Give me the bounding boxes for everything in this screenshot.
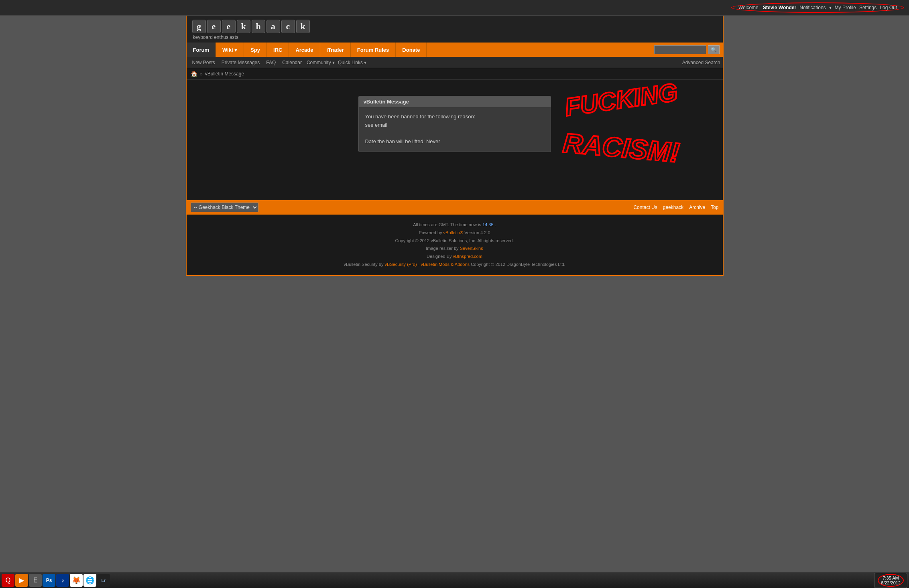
taskbar-right: 7:35 AM 6/22/2012 <box>874 573 907 588</box>
footer-vbulletin-link[interactable]: vBulletin® <box>443 230 464 235</box>
top-bar: Welcome, Stevie Wonder Notifications ▾ M… <box>0 0 909 16</box>
nav-bar: Forum Wiki ▾ Spy IRC Arcade iTrader Foru… <box>187 43 723 57</box>
nav-spy[interactable]: Spy <box>244 43 267 57</box>
firefox-icon[interactable]: 🦊 <box>70 574 83 587</box>
footer-designed-prefix: Designed By <box>427 254 453 259</box>
site-wrapper: g e e k h a c k keyboard enthusiasts For… <box>186 16 724 276</box>
clock-time: 7:35 AM <box>881 576 901 580</box>
footer-copyright1: Copyright © 2012 vBulletin Solutions, In… <box>191 237 719 245</box>
footer-vbinspred-link[interactable]: vBInspred.com <box>453 254 482 259</box>
logo-letter-e1: e <box>207 20 221 33</box>
nav-donate[interactable]: Donate <box>396 43 427 57</box>
nav-irc[interactable]: IRC <box>267 43 289 57</box>
nav-forum-rules[interactable]: Forum Rules <box>351 43 396 57</box>
footer-powered-by: Powered by vBulletin® Version 4.2.0 <box>191 229 719 237</box>
sub-nav-faq[interactable]: FAQ <box>263 60 279 65</box>
sub-nav-community[interactable]: Community ▾ <box>305 60 336 65</box>
footer-time-line: All times are GMT. The time now is 14:35… <box>191 221 719 229</box>
nav-search-area: 🔍 <box>654 45 723 54</box>
welcome-text: Welcome, <box>738 5 760 10</box>
logo-letter-a: a <box>266 20 280 33</box>
logout-link[interactable]: Log Out <box>880 5 897 10</box>
breadcrumb-bar: 🏠 » vBulletin Message <box>187 68 723 80</box>
footer-toolbar: -- Geekhack Black Theme Contact Us geekh… <box>187 200 723 215</box>
home-icon[interactable]: 🏠 <box>191 71 197 77</box>
footer-version: Version 4.2.0 <box>464 230 490 235</box>
footer-sevenskins-link[interactable]: SevenSkins <box>460 246 483 251</box>
advanced-search-link[interactable]: Advanced Search <box>682 60 720 65</box>
nav-forum[interactable]: Forum <box>187 43 216 57</box>
sub-nav-new-posts[interactable]: New Posts <box>189 60 218 65</box>
footer-time-value: 14:35 <box>482 222 494 227</box>
logo-letter-c: c <box>281 20 295 33</box>
logo-tagline: keyboard enthusiasts <box>193 34 238 40</box>
ban-lifted-text: Date the ban will be lifted: Never <box>365 138 544 146</box>
footer-image-resizer: Image resizer by SevenSkins <box>191 245 719 253</box>
logo-area[interactable]: g e e k h a c k keyboard enthusiasts <box>192 20 310 40</box>
footer-links: Contact Us geekhack Archive Top <box>633 205 718 210</box>
sub-nav: New Posts Private Messages FAQ Calendar … <box>187 57 723 68</box>
logo-letter-k2: k <box>296 20 310 33</box>
footer-security-prefix: vBulletin Security by <box>344 262 384 267</box>
logo-letter-e2: e <box>222 20 236 33</box>
music-icon[interactable]: ♪ <box>56 574 69 587</box>
eac-icon[interactable]: E <box>29 574 42 587</box>
footer-top-link[interactable]: Top <box>711 205 718 210</box>
footer-vbsecurity-link[interactable]: vBSecurity (Pro) <box>385 262 417 267</box>
breadcrumb-page-title: vBulletin Message <box>205 71 244 77</box>
clock-display: 7:35 AM 6/22/2012 <box>874 573 907 588</box>
my-profile-link[interactable]: My Profile <box>835 5 856 10</box>
sub-nav-private-messages[interactable]: Private Messages <box>218 60 263 65</box>
nav-arcade[interactable]: Arcade <box>289 43 320 57</box>
footer-security-suffix: Copyright © 2012 DragonByte Technologies… <box>471 262 565 267</box>
notifications-link[interactable]: Notifications <box>799 5 826 10</box>
main-content: vBulletin Message You have been banned f… <box>187 80 723 200</box>
bottom-footer: All times are GMT. The time now is 14:35… <box>187 215 723 275</box>
footer-archive-link[interactable]: Archive <box>689 205 705 210</box>
ban-message-box: vBulletin Message You have been banned f… <box>358 96 551 152</box>
logo-letter-h: h <box>252 20 265 33</box>
footer-time-prefix: All times are GMT. The time now is <box>413 222 481 227</box>
breadcrumb-separator: » <box>200 71 203 77</box>
nav-itrader[interactable]: iTrader <box>320 43 351 57</box>
footer-designed-by: Designed By vBInspred.com <box>191 253 719 261</box>
ban-box-body: You have been banned for the following r… <box>359 107 551 152</box>
header: g e e k h a c k keyboard enthusiasts <box>187 16 723 43</box>
svg-text:RACISM!: RACISM! <box>561 127 680 168</box>
footer-resizer-prefix: Image resizer by <box>426 246 460 251</box>
user-welcome-area: Welcome, Stevie Wonder Notifications ▾ M… <box>731 2 904 13</box>
theme-selector-wrapper: -- Geekhack Black Theme <box>191 203 258 212</box>
sub-nav-quick-links[interactable]: Quick Links ▾ <box>336 60 368 65</box>
sub-nav-calendar[interactable]: Calendar <box>279 60 305 65</box>
ban-box-header: vBulletin Message <box>359 96 551 107</box>
username-display: Stevie Wonder <box>763 5 796 10</box>
footer-security: vBulletin Security by vBSecurity (Pro) -… <box>191 261 719 269</box>
logo-letters: g e e k h a c k <box>192 20 310 33</box>
logo-letter-k: k <box>237 20 250 33</box>
footer-geekhack-link[interactable]: geekhack <box>663 205 683 210</box>
taskbar: Q ▶ E Ps ♪ 🦊 🌐 Lr 7:35 AM 6/22/2012 <box>0 572 909 588</box>
logo-letter-g: g <box>192 20 206 33</box>
search-button[interactable]: 🔍 <box>708 45 720 54</box>
footer-contact-link[interactable]: Contact Us <box>633 205 657 210</box>
svg-text:FUCKING: FUCKING <box>563 78 679 121</box>
ban-reason-label: You have been banned for the following r… <box>365 113 544 121</box>
chrome-icon[interactable]: 🌐 <box>83 574 96 587</box>
lightroom-icon[interactable]: Lr <box>97 574 110 587</box>
clock-circle: 7:35 AM 6/22/2012 <box>878 574 904 587</box>
ban-reason-value: see email <box>365 121 544 130</box>
footer-time-suffix: . <box>495 222 496 227</box>
settings-link[interactable]: Settings <box>859 5 876 10</box>
nav-wiki[interactable]: Wiki ▾ <box>216 43 244 57</box>
media-player-icon[interactable]: ▶ <box>15 574 28 587</box>
footer-powered-prefix: Powered by <box>419 230 443 235</box>
photoshop-icon[interactable]: Ps <box>43 574 55 587</box>
theme-selector[interactable]: -- Geekhack Black Theme <box>191 203 258 212</box>
clock-date: 6/22/2012 <box>881 580 901 585</box>
graffiti-overlay: FUCKING RACISM! <box>562 84 715 197</box>
search-input[interactable] <box>654 45 706 54</box>
footer-mods-link[interactable]: vBulletin Mods & Addons <box>421 262 470 267</box>
quickstart-icon[interactable]: Q <box>2 574 14 587</box>
